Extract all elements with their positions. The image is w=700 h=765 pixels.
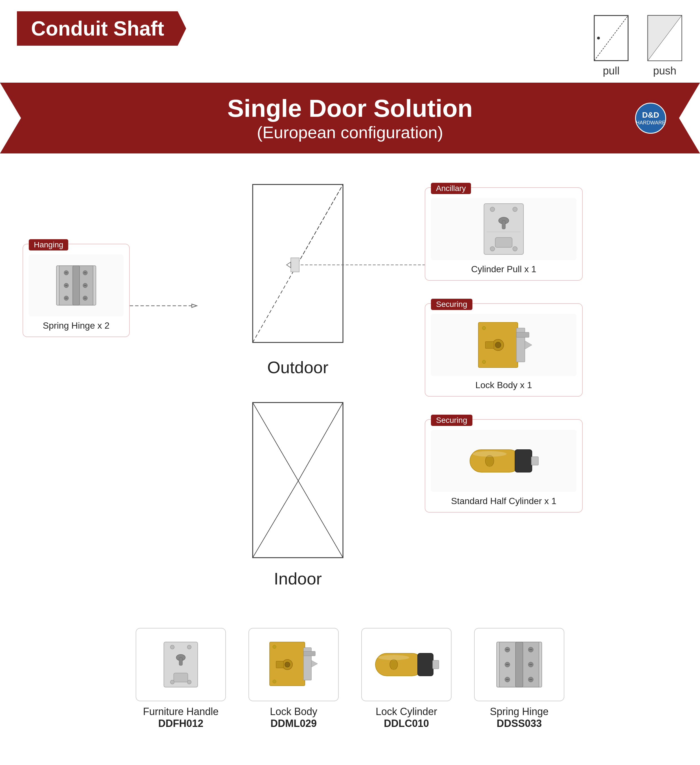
header: Conduit Shaft pull push [0, 0, 700, 83]
outdoor-door-section: Outdoor [236, 182, 360, 377]
svg-rect-9 [73, 266, 80, 305]
svg-point-75 [273, 680, 276, 683]
svg-rect-61 [179, 658, 182, 666]
door-icon-group: pull push [593, 14, 683, 77]
pull-label: pull [603, 65, 619, 77]
furniture-handle-bottom-svg [156, 639, 206, 690]
spring-hinge-bottom-svg [492, 638, 546, 691]
pull-door-icon-item: pull [593, 14, 629, 77]
svg-rect-77 [418, 653, 433, 676]
svg-point-56 [473, 451, 507, 457]
indoor-label: Indoor [274, 569, 322, 589]
securing-badge-2: Securing [431, 415, 472, 426]
hanging-card: Hanging [22, 244, 130, 348]
furniture-handle-code: DDFH012 [158, 718, 203, 729]
lock-body-bottom-svg [265, 638, 322, 691]
ancillary-badge: Ancillary [431, 183, 471, 194]
svg-point-47 [495, 342, 501, 348]
svg-rect-80 [433, 660, 439, 669]
svg-rect-48 [485, 342, 494, 348]
bottom-item-lock-cylinder: Lock Cylinder DDLC010 [361, 628, 451, 729]
solution-banner: Single Door Solution (European configura… [0, 83, 700, 153]
solution-subtitle: (European configuration) [17, 123, 683, 142]
right-hardware-column: Ancillary [425, 182, 599, 589]
svg-point-62 [170, 645, 174, 649]
spring-hinge-bottom-card [474, 628, 564, 701]
svg-point-2 [597, 37, 600, 39]
pull-door-svg [593, 14, 629, 62]
dd-logo-line2: HARDWARE [636, 120, 665, 126]
svg-point-50 [482, 360, 486, 364]
indoor-door-svg [236, 400, 360, 563]
spring-hinge-bottom-name: Spring Hinge [490, 706, 549, 718]
page: Conduit Shaft pull push [0, 0, 700, 765]
svg-rect-52 [515, 450, 532, 472]
dd-logo: D&D HARDWARE [635, 103, 666, 134]
svg-point-49 [482, 326, 486, 330]
securing-badge-1: Securing [431, 299, 472, 310]
push-door-icon-item: push [647, 14, 683, 77]
push-door-svg [647, 14, 683, 62]
svg-point-63 [187, 645, 191, 649]
svg-rect-45 [516, 332, 529, 337]
cylinder-pull-card: Ancillary [425, 187, 583, 281]
spring-hinge-bottom-code: DDSS033 [497, 718, 542, 729]
svg-rect-54 [488, 461, 491, 467]
svg-point-36 [490, 207, 495, 212]
half-cylinder-image [431, 430, 576, 492]
svg-rect-55 [531, 457, 538, 465]
svg-point-74 [273, 645, 276, 649]
push-label: push [653, 65, 676, 77]
bottom-hardware-section: Furniture Handle DDFH012 Lock Body [0, 611, 700, 752]
page-title: Conduit Shaft [17, 11, 186, 46]
cylinder-pull-svg [475, 201, 532, 257]
door-diagrams: Outdoor Indoor [199, 182, 396, 589]
svg-rect-79 [392, 664, 395, 670]
svg-point-72 [285, 662, 290, 667]
cylinder-pull-caption: Cylinder Pull x 1 [431, 264, 576, 274]
lock-body-bottom-code: DDML029 [271, 718, 317, 729]
svg-rect-73 [276, 661, 283, 668]
lock-cylinder-code: DDLC010 [384, 718, 429, 729]
bottom-item-lock-body: Lock Body DDML029 [249, 628, 339, 729]
cylinder-pull-image [431, 198, 576, 260]
furniture-handle-card [136, 628, 226, 701]
lock-body-bottom-name: Lock Body [270, 706, 317, 718]
hanging-badge: Hanging [29, 239, 68, 250]
svg-point-81 [378, 655, 409, 660]
svg-rect-41 [495, 238, 512, 247]
lock-cylinder-bottom-card [361, 628, 451, 701]
dd-logo-line1: D&D [642, 110, 659, 120]
bottom-item-spring-hinge: Spring Hinge DDSS033 [474, 628, 564, 729]
lock-body-image [431, 314, 576, 376]
indoor-door-section: Indoor [236, 400, 360, 589]
lock-cylinder-bottom-svg [373, 648, 440, 682]
lock-body-caption: Lock Body x 1 [431, 380, 576, 390]
svg-point-37 [513, 207, 517, 212]
hinge-image [29, 255, 124, 316]
svg-rect-66 [174, 673, 188, 682]
svg-marker-69 [311, 660, 318, 667]
solution-title: Single Door Solution [17, 94, 683, 123]
svg-marker-44 [525, 341, 532, 349]
dotted-line-outdoor [236, 182, 360, 352]
lock-body-bottom-card [249, 628, 339, 701]
half-cylinder-card: Securing [425, 419, 583, 513]
svg-point-39 [513, 247, 517, 251]
svg-point-38 [490, 247, 495, 251]
spring-hinge-svg [51, 260, 102, 311]
hanging-caption: Spring Hinge x 2 [29, 320, 124, 331]
half-cylinder-caption: Standard Half Cylinder x 1 [431, 496, 576, 506]
svg-rect-35 [502, 220, 505, 229]
furniture-handle-name: Furniture Handle [143, 706, 219, 718]
outdoor-label: Outdoor [267, 358, 329, 377]
lock-body-svg [473, 317, 535, 373]
svg-rect-70 [304, 651, 315, 656]
lock-body-card: Securing [425, 303, 583, 397]
half-cylinder-svg [467, 442, 540, 479]
svg-rect-85 [516, 642, 523, 687]
bottom-item-furniture-handle: Furniture Handle DDFH012 [136, 628, 226, 729]
lock-cylinder-name: Lock Cylinder [376, 706, 437, 718]
